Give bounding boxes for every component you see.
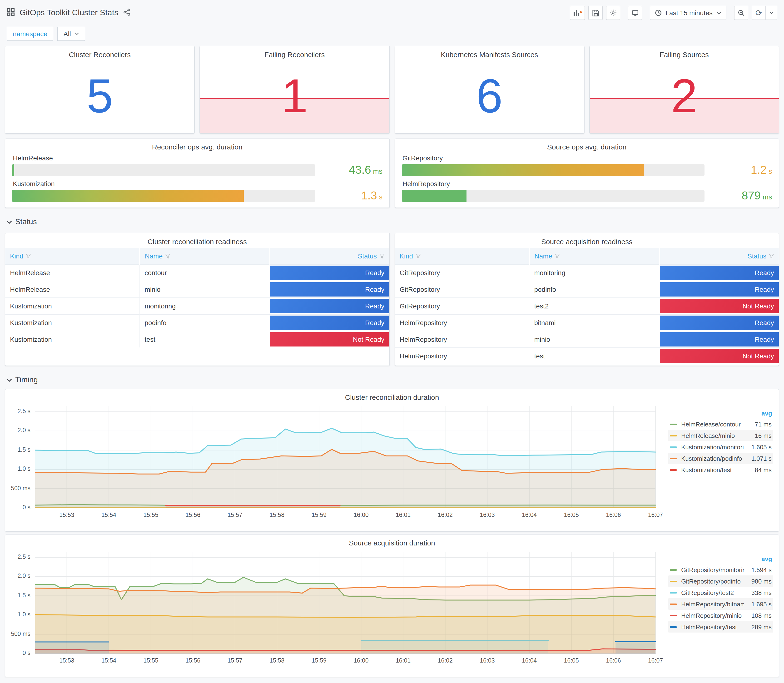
- time-range-picker[interactable]: Last 15 minutes: [650, 6, 726, 20]
- bar-gauge-track: [12, 164, 315, 176]
- zoom-out-button[interactable]: [734, 6, 748, 20]
- refresh-interval-dropdown[interactable]: [766, 6, 778, 20]
- table-row: KustomizationpodinfoReady: [5, 314, 389, 331]
- share-icon[interactable]: [123, 8, 130, 18]
- column-header-name[interactable]: Name: [140, 248, 270, 264]
- filter-funnel-icon[interactable]: [379, 254, 385, 259]
- cell-status: Ready: [660, 264, 779, 281]
- chevron-down-icon: [6, 218, 12, 226]
- legend-item[interactable]: Kustomization/monitoring1.605 s: [669, 441, 773, 453]
- legend-item[interactable]: GitRepository/test2338 ms: [669, 587, 773, 598]
- column-header-kind[interactable]: Kind: [5, 248, 140, 264]
- refresh-button[interactable]: ⟳: [752, 6, 766, 20]
- x-tick-label: 15:54: [95, 657, 123, 664]
- x-tick-label: 15:56: [179, 511, 207, 518]
- gauge-panel-source-ops[interactable]: Source ops avg. duration GitRepository 1…: [394, 138, 779, 208]
- bar-gauge-fill: [401, 190, 467, 202]
- legend-item[interactable]: GitRepository/monitoring1.594 s: [669, 564, 773, 576]
- column-header-status[interactable]: Status: [270, 248, 389, 264]
- save-dashboard-button[interactable]: [588, 6, 603, 20]
- cell-status: Ready: [270, 264, 389, 281]
- legend-series-name[interactable]: HelmRepository/test: [681, 623, 744, 630]
- cell-name: test: [529, 348, 660, 364]
- panel-title: Cluster Reconcilers: [5, 50, 194, 59]
- legend-item[interactable]: HelmRepository/minio108 ms: [669, 610, 773, 621]
- stat-value: 2: [590, 72, 779, 120]
- time-series-plot[interactable]: [35, 404, 656, 509]
- gauge-value: 43.6ms: [322, 163, 383, 176]
- stat-panel-failing-reconcilers[interactable]: Failing Reconcilers 1: [200, 46, 390, 134]
- cell-kind: GitRepository: [395, 264, 529, 281]
- time-series-plot[interactable]: [35, 550, 656, 654]
- y-tick-label: 500 ms: [11, 485, 30, 491]
- legend-series-name[interactable]: Kustomization/monitoring: [681, 443, 744, 451]
- namespace-variable-label[interactable]: namespace: [6, 27, 54, 41]
- column-header-name[interactable]: Name: [529, 248, 660, 264]
- namespace-variable-select[interactable]: All: [57, 27, 85, 41]
- legend-avg-value: 289 ms: [744, 623, 772, 630]
- legend-series-name[interactable]: GitRepository/podinfo: [681, 577, 744, 585]
- legend-item[interactable]: HelmRelease/contour71 ms: [669, 418, 773, 430]
- legend-item[interactable]: Kustomization/test84 ms: [669, 464, 773, 476]
- cell-name: test: [140, 331, 270, 347]
- cell-status: Ready: [660, 281, 779, 297]
- legend-avg-value: 16 ms: [744, 432, 772, 439]
- stat-panel-failing-sources[interactable]: Failing Sources 2: [589, 46, 779, 134]
- add-panel-button[interactable]: [570, 6, 585, 20]
- legend-series-name[interactable]: Kustomization/podinfo: [681, 455, 744, 462]
- gauge-value: 879ms: [711, 189, 772, 202]
- y-tick-label: 0 s: [22, 504, 30, 511]
- filter-funnel-icon[interactable]: [165, 254, 170, 259]
- stat-panel-cluster-reconcilers[interactable]: Cluster Reconcilers 5: [5, 46, 195, 134]
- dashboard-grid-icon[interactable]: [6, 8, 15, 18]
- stat-panel-manifest-sources[interactable]: Kubernetes Manifests Sources 6: [394, 46, 585, 134]
- legend-item[interactable]: HelmRepository/test289 ms: [669, 621, 773, 633]
- legend-series-name[interactable]: GitRepository/test2: [681, 589, 744, 596]
- x-tick-label: 16:04: [515, 511, 544, 518]
- section-timing[interactable]: Timing: [6, 374, 778, 386]
- cell-status: Ready: [270, 314, 389, 331]
- bar-gauge-fill: [401, 164, 644, 176]
- legend-item[interactable]: GitRepository/podinfo980 ms: [669, 576, 773, 587]
- legend-avg-header[interactable]: avg: [669, 555, 772, 563]
- x-tick-label: 15:55: [136, 511, 165, 518]
- legend-series-name[interactable]: GitRepository/monitoring: [681, 566, 744, 573]
- y-tick-label: 2.5 s: [18, 553, 30, 560]
- x-tick-label: 16:01: [389, 657, 417, 664]
- legend-item[interactable]: HelmRepository/bitnami1.695 s: [669, 598, 773, 610]
- section-status[interactable]: Status: [6, 216, 778, 228]
- legend-item[interactable]: Kustomization/podinfo1.071 s: [669, 453, 773, 464]
- legend-avg-header[interactable]: avg: [669, 410, 772, 417]
- gauge-row: Kustomization 1.3s: [12, 180, 383, 202]
- legend-series-name[interactable]: Kustomization/test: [681, 466, 744, 473]
- filter-funnel-icon[interactable]: [26, 254, 31, 259]
- column-header-status[interactable]: Status: [660, 248, 779, 264]
- legend-avg-value: 108 ms: [744, 612, 772, 619]
- legend-series-name[interactable]: HelmRelease/minio: [681, 432, 744, 439]
- dashboard-settings-button[interactable]: [606, 6, 620, 20]
- cell-kind: HelmRelease: [5, 264, 140, 281]
- cell-kind: GitRepository: [395, 281, 529, 297]
- legend-swatch: [670, 458, 677, 459]
- table-header-row: KindNameStatus: [5, 248, 389, 264]
- filter-funnel-icon[interactable]: [555, 254, 560, 259]
- gauge-panel-reconciler-ops[interactable]: Reconciler ops avg. duration HelmRelease…: [5, 138, 390, 208]
- status-badge: Not Ready: [660, 299, 779, 313]
- x-tick-label: 16:06: [599, 511, 628, 518]
- gauge-label: HelmRelease: [13, 154, 383, 162]
- gauge-label: Kustomization: [13, 180, 383, 188]
- legend-item[interactable]: HelmRelease/minio16 ms: [669, 430, 773, 441]
- table-panel-cluster-readiness[interactable]: Cluster reconciliation readiness KindNam…: [5, 233, 390, 366]
- legend-series-name[interactable]: HelmRepository/bitnami: [681, 600, 744, 608]
- legend-swatch: [670, 592, 677, 593]
- column-header-kind[interactable]: Kind: [395, 248, 529, 264]
- table-row: HelmRepositorytestNot Ready: [395, 348, 779, 364]
- tv-mode-button[interactable]: [628, 6, 642, 20]
- filter-funnel-icon[interactable]: [415, 254, 420, 259]
- filter-funnel-icon[interactable]: [769, 254, 774, 259]
- status-badge: Ready: [270, 265, 389, 280]
- legend-series-name[interactable]: HelmRelease/contour: [681, 420, 744, 428]
- table-panel-source-readiness[interactable]: Source acquisition readiness KindNameSta…: [394, 233, 779, 366]
- bar-gauge-track: [12, 190, 315, 202]
- legend-series-name[interactable]: HelmRepository/minio: [681, 612, 744, 619]
